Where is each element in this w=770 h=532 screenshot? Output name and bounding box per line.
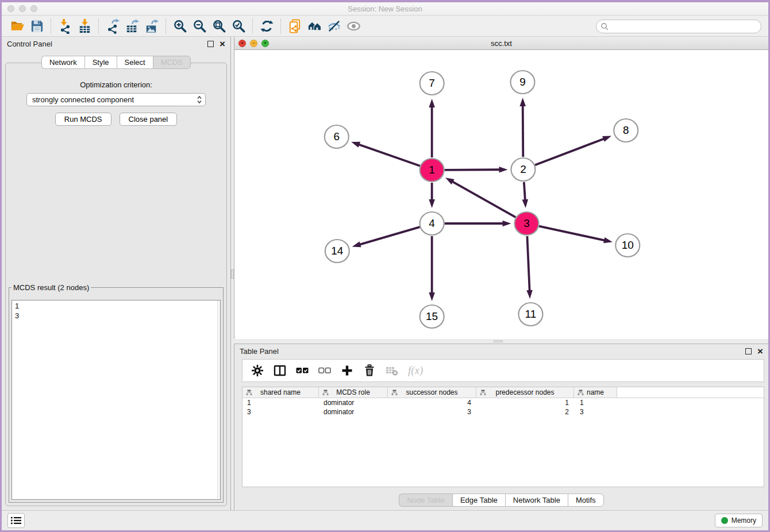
table-row[interactable]: 3dominator323	[242, 407, 764, 417]
column-header-label: shared name	[260, 388, 301, 396]
graph-edge-2-3[interactable]	[522, 182, 528, 208]
refresh-button[interactable]	[257, 18, 276, 35]
column-header-name[interactable]: name	[574, 387, 617, 398]
mcds-result-list[interactable]: 1 3	[11, 300, 221, 500]
close-panel-button[interactable]: Close panel	[120, 113, 178, 126]
zoom-fit-button[interactable]	[209, 18, 229, 35]
tab-network[interactable]: Network	[41, 56, 84, 69]
graph-node-7[interactable]: 7	[420, 72, 444, 95]
tab-select[interactable]: Select	[117, 56, 153, 69]
graph-edge-1-7[interactable]	[429, 99, 435, 157]
graph-edge-4-14[interactable]	[352, 227, 420, 247]
graph-node-15[interactable]: 15	[420, 305, 444, 328]
cell-shared-name[interactable]: 1	[242, 398, 319, 407]
export-network-button[interactable]	[103, 18, 122, 35]
toolbar-separator	[165, 19, 166, 34]
graph-node-8[interactable]: 8	[614, 119, 638, 142]
table-panel-header: Table Panel ×	[234, 344, 768, 358]
graph-edge-1-4[interactable]	[429, 183, 435, 208]
column-header-predecessor-nodes[interactable]: predecessor nodes	[476, 387, 574, 398]
first-neighbors-button[interactable]	[305, 18, 324, 35]
close-panel-icon[interactable]: ×	[757, 348, 763, 354]
search-input[interactable]	[611, 22, 761, 30]
tab-node-table[interactable]: Node Table	[399, 494, 452, 507]
zoom-out-button[interactable]	[190, 18, 209, 35]
tab-style[interactable]: Style	[84, 56, 117, 69]
export-table-button[interactable]	[122, 18, 142, 35]
run-mcds-button[interactable]: Run MCDS	[55, 113, 111, 126]
split-grip[interactable]	[494, 340, 503, 342]
hide-selected-button[interactable]	[324, 18, 344, 35]
graph-node-11[interactable]: 11	[518, 303, 542, 326]
cell-shared-name[interactable]: 3	[242, 407, 319, 417]
cell-name[interactable]: 1	[574, 398, 617, 407]
graph-edge-4-3[interactable]	[445, 221, 511, 227]
search-field[interactable]	[596, 20, 761, 33]
cell-successor-nodes[interactable]: 3	[388, 407, 476, 417]
column-header-MCDS-role[interactable]: MCDS role	[319, 387, 388, 398]
graph-edge-2-9[interactable]	[519, 98, 526, 157]
tab-mcds[interactable]: MCDS	[153, 56, 191, 69]
column-header-successor-nodes[interactable]: successor nodes	[388, 387, 476, 398]
graph-node-label: 10	[622, 239, 634, 251]
graph-edge-1-6[interactable]	[351, 142, 420, 166]
column-header-shared-name[interactable]: shared name	[242, 387, 319, 398]
show-all-button[interactable]	[344, 18, 363, 35]
close-panel-icon[interactable]: ×	[220, 41, 225, 47]
zoom-selected-button[interactable]	[229, 18, 248, 35]
cell-name[interactable]: 3	[574, 407, 617, 417]
network-canvas[interactable]: 7968124314101511	[234, 50, 768, 339]
graph-edge-4-15[interactable]	[429, 236, 435, 301]
cell-predecessor-nodes[interactable]: 2	[476, 407, 574, 417]
tab-edge-table[interactable]: Edge Table	[452, 494, 505, 507]
cell-successor-nodes[interactable]: 4	[388, 398, 476, 407]
cell-MCDS-role[interactable]: dominator	[319, 398, 388, 407]
toolbar-separator	[51, 19, 51, 34]
import-network-icon	[57, 18, 73, 34]
tab-network-table[interactable]: Network Table	[505, 494, 568, 507]
table-row[interactable]: 1dominator411	[242, 398, 764, 407]
graph-edge-3-10[interactable]	[539, 226, 613, 244]
import-network-button[interactable]	[55, 18, 75, 35]
tab-motifs[interactable]: Motifs	[568, 494, 604, 507]
delete-table-button[interactable]	[386, 364, 398, 377]
new-network-from-selection-button[interactable]	[285, 18, 305, 35]
graph-node-3[interactable]: 3	[514, 212, 538, 235]
graph-node-9[interactable]: 9	[510, 71, 534, 94]
graph-node-2[interactable]: 2	[511, 158, 535, 181]
add-row-button[interactable]	[341, 364, 353, 377]
import-table-button[interactable]	[75, 18, 94, 35]
graph-edge-3-1[interactable]	[445, 178, 515, 217]
open-session-button[interactable]	[7, 18, 27, 35]
cell-predecessor-nodes[interactable]: 1	[476, 398, 574, 407]
export-image-button[interactable]	[142, 18, 161, 35]
graph-node-10[interactable]: 10	[615, 234, 640, 257]
cell-MCDS-role[interactable]: dominator	[319, 407, 388, 417]
graph-edge-2-8[interactable]	[535, 136, 611, 165]
float-panel-icon[interactable]	[745, 348, 752, 354]
delete-row-button[interactable]	[363, 364, 376, 377]
graph-node-14[interactable]: 14	[325, 240, 349, 263]
column-selector-icon	[274, 364, 286, 377]
graph-node-label: 8	[623, 124, 629, 136]
float-panel-icon[interactable]	[207, 41, 214, 47]
graph-edge-1-2[interactable]	[445, 167, 508, 173]
deselect-all-button[interactable]	[318, 364, 331, 377]
graph-node-4[interactable]: 4	[420, 212, 444, 235]
criterion-dropdown[interactable]: strongly connected component	[26, 93, 206, 106]
column-selector-button[interactable]	[274, 364, 286, 377]
apply-function-button[interactable]: f(x)	[408, 364, 423, 377]
select-all-button[interactable]	[296, 364, 309, 377]
horizontal-split-divider[interactable]	[234, 339, 768, 344]
memory-button[interactable]: Memory	[715, 514, 763, 527]
save-session-button[interactable]	[27, 18, 47, 35]
graph-node-6[interactable]: 6	[325, 125, 349, 148]
table-settings-button[interactable]	[251, 364, 264, 377]
graph-edge-3-11[interactable]	[526, 236, 533, 299]
result-scrollbar[interactable]	[217, 300, 220, 499]
graph-canvas[interactable]: 7968124314101511	[234, 50, 768, 339]
graph-node-1[interactable]: 1	[420, 159, 444, 182]
task-history-button[interactable]	[7, 513, 25, 528]
zoom-selected-icon	[231, 18, 247, 34]
zoom-in-button[interactable]	[170, 18, 190, 35]
